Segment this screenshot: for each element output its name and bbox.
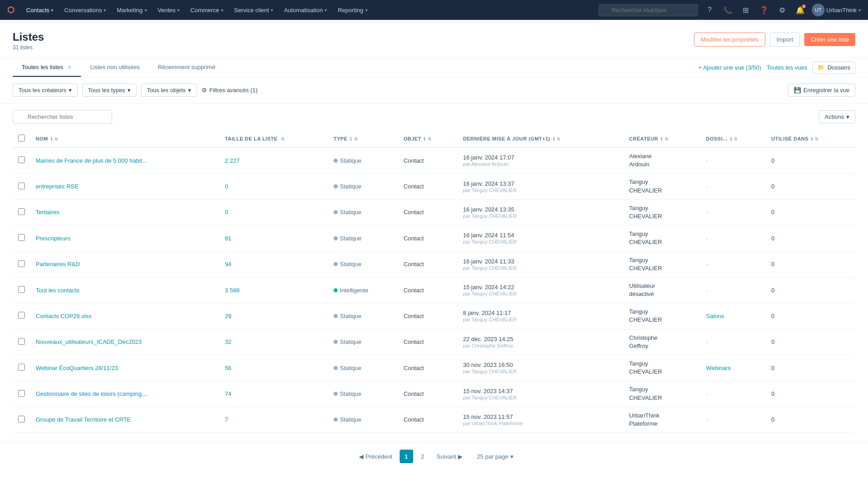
- save-icon: 💾: [794, 87, 801, 94]
- list-name-link[interactable]: Mairies de France de plus de 5.000 habit…: [36, 157, 147, 164]
- phone-icon[interactable]: 📞: [722, 4, 734, 16]
- list-name-link[interactable]: Nouveaux_utilisateurs_ICADE_Dec2023: [36, 338, 142, 345]
- row-type: Intelligente: [328, 277, 398, 303]
- add-view-button[interactable]: + Ajouter une vue (3/50): [698, 64, 761, 71]
- folders-button[interactable]: 📁 Dossiers: [812, 61, 855, 74]
- notifications-icon[interactable]: 🔔: [794, 4, 807, 16]
- type-dot-icon: [334, 262, 338, 266]
- folder-link[interactable]: Webinars: [706, 365, 731, 371]
- import-button[interactable]: Import: [770, 33, 800, 47]
- nav-automatisation[interactable]: Automatisation ▾: [279, 4, 331, 16]
- row-dossier: -: [701, 225, 766, 251]
- user-menu[interactable]: UT UrbanThink ▾: [812, 4, 861, 16]
- nav-commerce[interactable]: Commerce ▾: [186, 4, 228, 16]
- col-taille[interactable]: TAILLE DE LA LISTE ⇅: [219, 130, 328, 147]
- grid-icon[interactable]: ⊞: [740, 4, 752, 16]
- per-page-selector[interactable]: 25 par page ▾: [477, 453, 513, 460]
- list-name-link[interactable]: Tout les contacts: [36, 287, 80, 294]
- col-objet[interactable]: OBJET ℹ⇅: [398, 130, 458, 147]
- select-all-header[interactable]: [13, 130, 30, 147]
- select-all-checkbox[interactable]: [18, 135, 25, 141]
- row-checkbox[interactable]: [18, 208, 25, 215]
- actions-dropdown-button[interactable]: Actions ▾: [819, 110, 855, 123]
- list-name-link[interactable]: Gestionnaire de sites de loisirs (campin…: [36, 390, 148, 397]
- row-dossier: Webinars: [701, 355, 766, 381]
- tab-close-icon[interactable]: ✕: [67, 64, 72, 70]
- page-1-button[interactable]: 1: [400, 450, 413, 463]
- next-page-button[interactable]: Suivant ▶: [432, 451, 467, 462]
- row-date: 16 janv. 2024 11:33 par Tanguy CHEVALIER: [458, 251, 623, 277]
- tab-toutes-listes[interactable]: Toutes les listes ✕: [13, 58, 81, 77]
- page-title-section: Listes 31 listes: [13, 31, 44, 51]
- list-name-link[interactable]: Partenaires R&D: [36, 261, 80, 267]
- row-checkbox[interactable]: [18, 156, 25, 163]
- nav-reporting[interactable]: Reporting ▾: [333, 4, 372, 16]
- row-checkbox[interactable]: [18, 364, 25, 371]
- nav-marketing[interactable]: Marketing ▾: [112, 4, 151, 16]
- tab-recemment-supprime[interactable]: Récemment supprimé: [149, 58, 224, 77]
- types-filter[interactable]: Tous les types ▾: [82, 84, 137, 97]
- info-icon: ℹ: [811, 136, 813, 141]
- row-checkbox[interactable]: [18, 260, 25, 267]
- type-label: Statique: [340, 183, 362, 190]
- row-nom: Mairies de France de plus de 5.000 habit…: [30, 147, 219, 174]
- advanced-filters[interactable]: ⚙ Filtres avancés (1): [202, 87, 258, 94]
- row-objet: Contact: [398, 381, 458, 407]
- hubspot-logo: ⬡: [7, 5, 14, 15]
- row-checkbox[interactable]: [18, 338, 25, 345]
- creer-liste-button[interactable]: Créer une liste: [804, 33, 855, 46]
- page-title: Listes: [13, 31, 44, 43]
- sort-icon: ⇅: [557, 136, 561, 141]
- tab-listes-non-utilisees[interactable]: Listes non utilisées: [81, 58, 149, 77]
- help-icon[interactable]: ?: [703, 4, 716, 16]
- modifier-proprietes-button[interactable]: Modifier les propriétés: [694, 33, 765, 47]
- col-nom[interactable]: NOM ℹ⇅: [30, 130, 219, 147]
- settings-icon[interactable]: ⚙: [776, 4, 788, 16]
- filter-bar: Tous les créateurs ▾ Tous les types ▾ To…: [0, 77, 868, 103]
- objets-filter[interactable]: Tous les objets ▾: [141, 84, 197, 97]
- save-view-button[interactable]: 💾 Enregistrer la vue: [788, 84, 855, 97]
- type-label: Intelligente: [340, 287, 368, 294]
- col-date[interactable]: DERNIÈRE MISE À JOUR (GMT+1) ℹ⇅: [458, 130, 623, 147]
- col-utilise[interactable]: UTILISÉ DANS ℹ⇅: [766, 130, 855, 147]
- global-search-input[interactable]: [599, 4, 698, 16]
- row-checkbox[interactable]: [18, 390, 25, 397]
- nav-ventes[interactable]: Ventes ▾: [153, 4, 184, 16]
- list-search-input[interactable]: [13, 110, 112, 124]
- page-2-button[interactable]: 2: [416, 450, 429, 463]
- folder-value: -: [706, 416, 708, 423]
- folder-link[interactable]: Salons: [706, 313, 724, 319]
- type-dot-icon: [334, 418, 338, 422]
- nav-conversations[interactable]: Conversations ▾: [60, 4, 110, 16]
- list-name-link[interactable]: Prescripteurs: [36, 235, 71, 242]
- row-checkbox[interactable]: [18, 183, 25, 189]
- nav-service-client[interactable]: Service client ▾: [230, 4, 278, 16]
- row-createur: AlexianeArdouin: [624, 147, 701, 174]
- list-name-link[interactable]: Tertiaires: [36, 209, 60, 216]
- col-type[interactable]: TYPE ℹ⇅: [328, 130, 398, 147]
- question-icon[interactable]: ❓: [758, 4, 770, 16]
- row-checkbox[interactable]: [18, 234, 25, 241]
- row-utilise: 0: [766, 381, 855, 407]
- row-checkbox-cell: [13, 355, 30, 381]
- row-nom: Gestionnaire de sites de loisirs (campin…: [30, 381, 219, 407]
- nav-contacts[interactable]: Contacts ▾: [22, 4, 58, 16]
- row-createur: TanguyCHEVALIER: [624, 303, 701, 329]
- all-views-button[interactable]: Toutes les vues: [767, 64, 807, 71]
- row-checkbox[interactable]: [18, 312, 25, 319]
- row-checkbox[interactable]: [18, 286, 25, 293]
- info-icon: ℹ: [730, 136, 732, 141]
- list-name-link[interactable]: Contacts COP28.xlsx: [36, 313, 92, 319]
- prev-page-button[interactable]: ◀ Précédent: [354, 451, 396, 462]
- row-objet: Contact: [398, 407, 458, 432]
- info-icon: ℹ: [553, 136, 555, 141]
- list-name-link[interactable]: entreprises RSE: [36, 183, 79, 190]
- row-dossier: -: [701, 329, 766, 355]
- col-createur[interactable]: CRÉATEUR ℹ⇅: [624, 130, 701, 147]
- creators-filter[interactable]: Tous les créateurs ▾: [13, 84, 78, 97]
- row-checkbox[interactable]: [18, 416, 25, 422]
- list-name-link[interactable]: Webinar ÉcoQuartiers 28/11/23: [36, 365, 118, 371]
- list-name-link[interactable]: Groupe de Travail Territoire et CRTE: [36, 416, 131, 423]
- row-type: Statique: [328, 251, 398, 277]
- col-dossier[interactable]: DOSSI... ℹ⇅: [701, 130, 766, 147]
